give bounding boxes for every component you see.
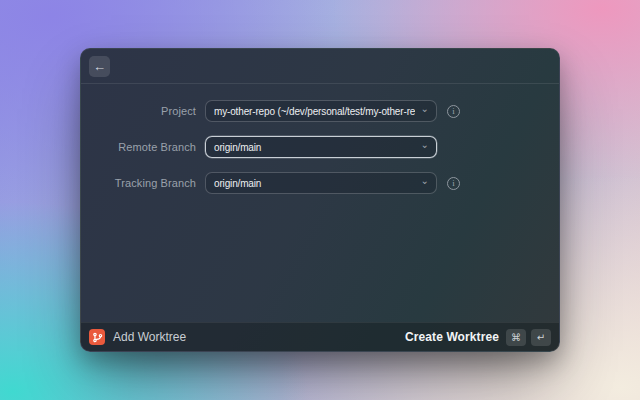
create-worktree-label: Create Worktree (405, 330, 499, 344)
dialog-footer: Add Worktree Create Worktree ⌘ ↵ (81, 322, 559, 351)
tracking-branch-label: Tracking Branch (81, 177, 196, 189)
arrow-left-icon: ← (93, 57, 106, 76)
remote-branch-select[interactable]: origin/main ⌄ (205, 136, 437, 158)
project-select-value: my-other-repo (~/dev/personal/test/my-ot… (214, 106, 415, 117)
project-select[interactable]: my-other-repo (~/dev/personal/test/my-ot… (205, 100, 437, 122)
info-icon[interactable]: i (447, 105, 460, 118)
command-key-icon: ⌘ (506, 329, 526, 346)
chevron-down-icon: ⌄ (421, 104, 429, 114)
remote-branch-select-value: origin/main (214, 142, 415, 153)
project-label: Project (81, 105, 196, 117)
chevron-down-icon: ⌄ (421, 140, 429, 150)
tracking-branch-select[interactable]: origin/main ⌄ (205, 172, 437, 194)
info-icon[interactable]: i (447, 177, 460, 190)
chevron-down-icon: ⌄ (421, 176, 429, 186)
return-key-icon: ↵ (531, 329, 551, 346)
dialog-title: Add Worktree (113, 330, 186, 344)
remote-branch-label: Remote Branch (81, 141, 196, 153)
back-button[interactable]: ← (89, 56, 110, 77)
worktree-form: Project my-other-repo (~/dev/personal/te… (81, 84, 559, 194)
git-worktree-icon (89, 329, 105, 345)
form-row-tracking-branch: Tracking Branch origin/main ⌄ i (81, 172, 559, 194)
form-row-remote-branch: Remote Branch origin/main ⌄ (81, 136, 559, 158)
tracking-branch-select-value: origin/main (214, 178, 415, 189)
footer-title-group: Add Worktree (89, 329, 186, 345)
create-worktree-button[interactable]: Create Worktree ⌘ ↵ (405, 329, 551, 346)
form-row-project: Project my-other-repo (~/dev/personal/te… (81, 100, 559, 122)
add-worktree-dialog: ← Project my-other-repo (~/dev/personal/… (80, 48, 560, 352)
dialog-header: ← (81, 49, 559, 84)
